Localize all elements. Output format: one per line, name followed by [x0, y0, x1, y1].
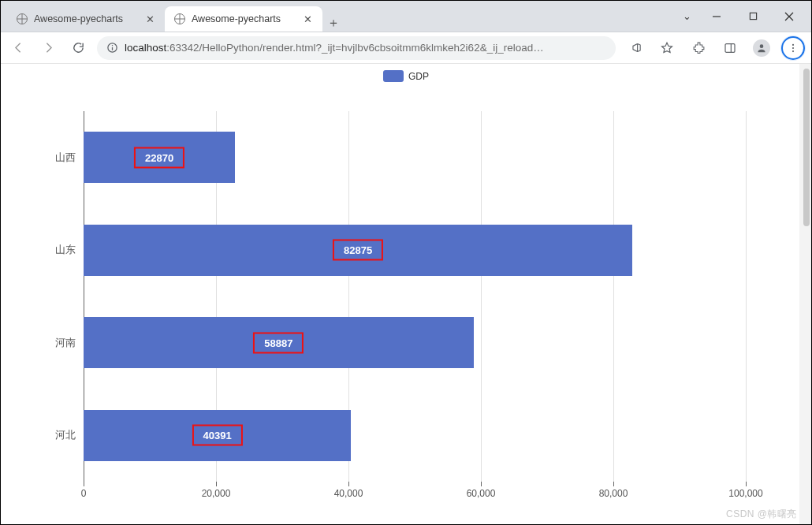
y-category-label: 河南 [55, 336, 76, 350]
browser-window: Awesome-pyecharts ✕ Awesome-pyecharts ✕ … [0, 0, 812, 525]
share-icon[interactable] [624, 36, 647, 60]
star-icon[interactable] [655, 36, 679, 60]
scrollbar-thumb[interactable] [803, 69, 810, 226]
tab-title: Awesome-pyecharts [192, 13, 294, 24]
browser-tab[interactable]: Awesome-pyecharts ✕ [165, 6, 322, 32]
svg-rect-7 [725, 43, 735, 52]
bar-value-label: 58887 [253, 332, 304, 353]
globe-icon [174, 13, 185, 24]
minimize-button[interactable] [699, 5, 734, 28]
address-bar[interactable]: localhost:63342/HelloPython/render.html?… [97, 36, 616, 60]
browser-toolbar: localhost:63342/HelloPython/render.html?… [1, 32, 811, 64]
tab-strip: Awesome-pyecharts ✕ Awesome-pyecharts ✕ … [1, 1, 676, 32]
forward-button[interactable] [37, 37, 59, 59]
bar-value-label: 40391 [192, 425, 243, 446]
side-panel-icon[interactable] [718, 36, 742, 60]
reload-button[interactable] [67, 37, 89, 59]
profile-avatar[interactable] [750, 36, 773, 60]
tab-title: Awesome-pyecharts [34, 13, 136, 24]
x-tick-label: 40,000 [334, 488, 363, 499]
bar-chart[interactable]: 020,00040,00060,00080,000100,000山西22870山… [84, 111, 746, 482]
x-tick-label: 80,000 [599, 488, 628, 499]
svg-rect-1 [750, 13, 756, 19]
bar[interactable]: 40391 [84, 410, 351, 461]
chart-legend[interactable]: GDP [383, 70, 429, 82]
watermark-text: CSDN @韩曙亮 [726, 508, 797, 521]
bar-row: 河南58887 [84, 317, 474, 368]
new-tab-button[interactable]: ＋ [322, 15, 345, 32]
close-icon[interactable]: ✕ [143, 13, 157, 25]
y-category-label: 山西 [55, 151, 76, 165]
bar-value-label: 82875 [333, 240, 383, 261]
info-icon[interactable] [106, 42, 118, 54]
svg-point-6 [112, 45, 114, 47]
legend-label: GDP [408, 71, 429, 82]
maximize-button[interactable] [736, 5, 770, 28]
gridline [613, 111, 614, 482]
bar-row: 山东82875 [84, 225, 632, 276]
legend-swatch [383, 70, 404, 82]
extensions-icon[interactable] [687, 36, 710, 60]
back-button[interactable] [7, 37, 29, 59]
close-window-button[interactable] [772, 5, 806, 28]
url-text: localhost:63342/HelloPython/render.html?… [125, 42, 544, 54]
y-category-label: 河北 [55, 428, 76, 442]
page-viewport: GDP 020,00040,00060,00080,000100,000山西22… [1, 64, 811, 524]
bar-value-label: 22870 [134, 147, 184, 168]
bar[interactable]: 82875 [84, 225, 632, 276]
scrollbar[interactable] [799, 64, 811, 524]
bar[interactable]: 22870 [84, 132, 235, 183]
chevron-down-icon[interactable]: ⌄ [676, 10, 698, 22]
bar-row: 山西22870 [84, 132, 235, 183]
close-icon[interactable]: ✕ [300, 13, 315, 25]
bar-row: 河北40391 [84, 410, 351, 461]
bar[interactable]: 58887 [84, 317, 474, 368]
x-tick-label: 20,000 [202, 488, 231, 499]
browser-tab[interactable]: Awesome-pyecharts ✕ [7, 6, 165, 32]
svg-point-9 [760, 44, 764, 48]
window-controls: ⌄ [676, 1, 811, 32]
y-category-label: 山东 [55, 243, 76, 257]
window-titlebar: Awesome-pyecharts ✕ Awesome-pyecharts ✕ … [1, 1, 811, 32]
x-tick-label: 0 [81, 488, 87, 499]
svg-point-10 [792, 43, 794, 45]
chart-plot-area: 020,00040,00060,00080,000100,000山西22870山… [84, 111, 746, 482]
gridline [746, 111, 747, 482]
gridline [481, 111, 482, 482]
svg-point-11 [792, 47, 794, 48]
svg-point-12 [792, 50, 794, 52]
kebab-menu-icon[interactable] [781, 36, 805, 60]
x-tick-label: 100,000 [728, 488, 762, 499]
x-tick-label: 60,000 [467, 488, 496, 499]
globe-icon [17, 13, 28, 24]
